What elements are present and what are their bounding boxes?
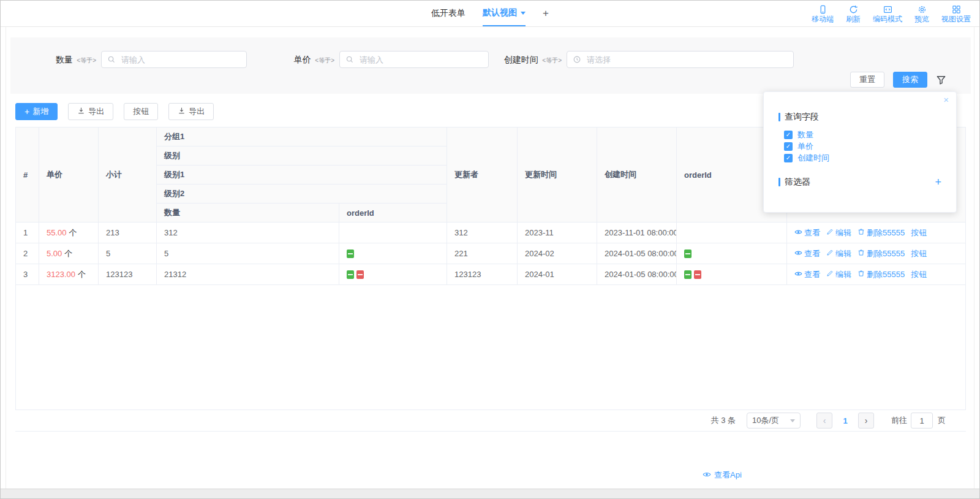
page-size-select[interactable]: 10条/页 (747, 413, 801, 429)
cell-actions: 查看 编辑 删除55555 按钮 (787, 223, 966, 243)
checkbox-checked-icon[interactable] (784, 131, 793, 139)
query-fields-list: 数量 单价 创建时间 (784, 131, 956, 162)
edit-link[interactable]: 编辑 (826, 269, 851, 280)
clock-icon (573, 55, 581, 66)
cell-subtotal: 123123 (99, 264, 157, 285)
edit-link[interactable]: 编辑 (826, 227, 851, 238)
view-api-label: 查看Api (714, 470, 742, 481)
delete-link[interactable]: 删除55555 (858, 227, 905, 238)
page: 低开表单 默认视图 + 移动端 刷新 (0, 0, 980, 499)
delete-link[interactable]: 删除55555 (858, 269, 905, 280)
search-icon (345, 55, 354, 66)
tab-default-view-label: 默认视图 (483, 7, 517, 18)
view-api-link[interactable]: 查看Api (703, 470, 742, 481)
title-accent-bar (778, 178, 780, 186)
col-header-subtotal: 小计 (99, 128, 157, 223)
checkbox-checked-icon[interactable] (784, 154, 793, 162)
price-filter-operator: <等于> (315, 57, 334, 64)
col-header-order-id: orderId (339, 204, 447, 223)
filter-funnel-icon[interactable] (936, 75, 946, 85)
field-checkbox-create-time[interactable]: 创建时间 (784, 154, 956, 162)
eye-icon (794, 249, 802, 259)
cell-order-id (339, 243, 447, 264)
total-count: 共 3 条 (711, 415, 736, 426)
cell-qty: 21312 (157, 264, 339, 285)
chevron-down-icon (521, 12, 526, 15)
mobile-button[interactable]: 移动端 (812, 5, 834, 23)
cell-price: 5.00个 (39, 243, 99, 264)
code-mode-button[interactable]: 编码模式 (873, 5, 902, 23)
cell-index: 3 (16, 264, 39, 285)
cell-update-time: 2024-01 (518, 264, 597, 285)
prev-page-button[interactable]: ‹ (816, 413, 832, 429)
export-button-1[interactable]: 导出 (68, 103, 113, 120)
close-icon[interactable]: × (943, 95, 949, 104)
row-button-link[interactable]: 按钮 (911, 269, 927, 280)
view-link[interactable]: 查看 (794, 248, 820, 259)
search-button[interactable]: 搜索 (893, 72, 927, 88)
cell-order-id2 (677, 264, 787, 285)
cell-updater: 123123 (447, 264, 518, 285)
mobile-label: 移动端 (812, 15, 834, 23)
price-filter-input[interactable] (358, 55, 486, 65)
refresh-icon (849, 5, 858, 15)
view-settings-button[interactable]: 视图设置 (941, 5, 971, 23)
pencil-icon (826, 249, 834, 258)
add-view-button[interactable]: + (543, 1, 549, 26)
cell-index: 1 (16, 223, 39, 243)
refresh-button[interactable]: 刷新 (846, 5, 861, 23)
pagination-bar: 共 3 条 10条/页 ‹ 1 › 前往 页 (15, 410, 966, 432)
export-button-2-label: 导出 (189, 106, 205, 117)
download-icon (178, 107, 186, 116)
table-row: 3 3123.00个 123123 21312 123123 2024-01 2… (16, 264, 966, 285)
pencil-icon (826, 228, 834, 237)
cell-order-id (339, 264, 447, 285)
chevron-down-icon (790, 419, 795, 422)
table-empty-area (15, 285, 966, 410)
col-header-level2: 级别2 (157, 185, 447, 204)
export-button-2[interactable]: 导出 (168, 103, 214, 120)
search-field-price: 单价 <等于> (282, 51, 489, 68)
row-button-link[interactable]: 按钮 (911, 248, 927, 259)
cell-update-time: 2023-11 (518, 223, 597, 243)
tab-form[interactable]: 低开表单 (431, 1, 466, 26)
next-page-button[interactable]: › (858, 413, 874, 429)
current-page[interactable]: 1 (837, 416, 853, 425)
search-field-create-time: 创建时间 <等于> (482, 51, 794, 68)
add-filter-button[interactable]: + (935, 177, 941, 188)
preview-button[interactable]: 预览 (914, 5, 929, 23)
reset-button[interactable]: 重置 (850, 72, 884, 88)
cell-qty: 312 (157, 223, 339, 243)
cell-create-time: 2023-11-01 08:00:00 (597, 223, 677, 243)
export-button-1-label: 导出 (88, 106, 104, 117)
eye-icon (794, 270, 802, 280)
field-checkbox-price[interactable]: 单价 (784, 142, 956, 151)
price-filter-label: 单价 (294, 55, 311, 64)
page-unit-label: 页 (938, 415, 946, 426)
custom-button[interactable]: 按钮 (124, 103, 158, 120)
cell-order-id (339, 223, 447, 243)
col-header-index: # (16, 128, 39, 223)
create-time-filter-input[interactable] (586, 55, 791, 65)
qty-filter-operator: <等于> (77, 57, 96, 64)
row-button-link[interactable]: 按钮 (911, 227, 927, 238)
plus-icon: + (24, 107, 29, 116)
delete-link[interactable]: 删除55555 (858, 248, 905, 259)
create-time-filter-label: 创建时间 (504, 55, 538, 64)
view-link[interactable]: 查看 (794, 269, 820, 280)
eye-icon (794, 228, 802, 238)
col-header-level1: 级别1 (157, 166, 447, 185)
cell-price: 3123.00个 (39, 264, 99, 285)
search-actions: 重置 搜索 (850, 72, 946, 88)
mobile-icon (818, 5, 827, 15)
cell-order-id2 (677, 243, 787, 264)
checkbox-checked-icon[interactable] (784, 142, 793, 151)
goto-page-input[interactable] (911, 413, 933, 429)
tab-default-view[interactable]: 默认视图 (483, 1, 526, 26)
add-button[interactable]: + 新增 (15, 103, 58, 120)
qty-filter-input[interactable] (120, 55, 244, 65)
edit-link[interactable]: 编辑 (826, 248, 851, 259)
field-checkbox-qty[interactable]: 数量 (784, 131, 956, 139)
view-link[interactable]: 查看 (794, 227, 820, 238)
col-header-qty: 数量 (157, 204, 339, 223)
